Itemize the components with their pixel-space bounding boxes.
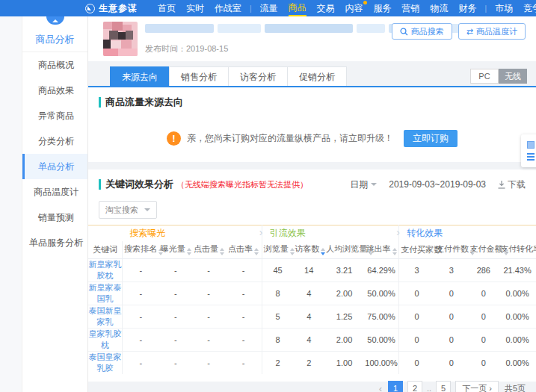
table-body: 新皇家乳胶枕----45143.2164.29%3328621.43%新皇家泰国… [88, 259, 536, 375]
channel-select[interactable]: 淘宝搜索 [99, 201, 157, 219]
cell-value: 4 [293, 305, 324, 329]
column-label: 支付件数 [436, 244, 469, 253]
cell-value: - [225, 282, 262, 305]
pagination-next-button[interactable]: 下一页 › [455, 381, 499, 392]
content-card: 商品流量来源去向 ! 亲，您尚未订购对应的流量纵横产品，请立即升级！ 立即订购 … [88, 87, 536, 382]
column-header-6[interactable]: 人均浏览量 [324, 241, 364, 259]
toggle-wireless[interactable]: 无线 [499, 69, 527, 84]
warning-icon: ! [167, 131, 181, 146]
toggle-pc[interactable]: PC [470, 69, 499, 84]
chevron-down-icon [371, 183, 377, 186]
nav-item-7[interactable]: 内容 [345, 0, 363, 16]
column-header-9[interactable]: 支付件数 [434, 241, 469, 259]
keyword-link[interactable]: 泰国皇家乳胶 [89, 352, 122, 373]
keyword-link[interactable]: 新皇家乳胶枕 [89, 260, 122, 280]
tab-3[interactable]: 促销分析 [287, 66, 347, 86]
date-dropdown[interactable]: 日期 [350, 178, 377, 191]
table-row-1: 新皇家泰国乳----842.0050.00%0000.00% [88, 282, 536, 305]
sidebar-item-6[interactable]: 销量预测 [22, 205, 87, 230]
keyword-link[interactable]: 泰国新皇家乳 [89, 306, 122, 326]
tab-1[interactable]: 销售分析 [169, 66, 229, 86]
column-label: 曝光量 [161, 244, 185, 253]
cell-value: - [123, 305, 159, 329]
nav-item-4[interactable]: 流量 [260, 0, 278, 16]
nav-item-14[interactable]: 竞争 [523, 0, 536, 16]
sort-down-arrow [187, 252, 191, 255]
main-area: 发布时间：2019-08-15 商品搜索 ⇄ 商品温度计 来源去向销售分析访客分… [88, 16, 536, 392]
brand-title[interactable]: 生意参谋 [99, 2, 138, 15]
pagination-page-5[interactable]: 5 [436, 381, 451, 392]
nav-item-5[interactable]: 商品 [289, 0, 306, 16]
sort-icon[interactable] [220, 248, 224, 255]
cell-value: 0.00% [499, 282, 536, 305]
cell-value: - [225, 305, 262, 329]
pagination-prev[interactable]: ‹ [379, 383, 382, 392]
tool-grid-icon [527, 141, 535, 149]
product-thermometer-button[interactable]: ⇄ 商品温度计 [458, 23, 526, 40]
column-header-1[interactable]: 曝光量 [159, 241, 192, 259]
cell-value: 75.00% [364, 305, 399, 329]
column-header-11[interactable]: 支付转化率 [499, 241, 536, 259]
cell-value: - [225, 259, 262, 282]
nav-item-10[interactable]: 物流 [431, 0, 449, 16]
tool-list-icon [527, 153, 535, 155]
nav-item-9[interactable]: 营销 [402, 0, 420, 16]
nav-item-1[interactable]: 实时 [186, 0, 204, 16]
nav-item-6[interactable]: 交易 [317, 0, 335, 16]
column-header-0[interactable]: 搜索排名 [123, 241, 159, 259]
sort-down-arrow [220, 252, 224, 255]
column-label: 支付转化率 [500, 244, 536, 253]
pagination-page-1[interactable]: 1 [388, 381, 403, 392]
column-header-4[interactable]: 浏览量 [262, 241, 293, 259]
cell-value: 5 [262, 305, 293, 329]
column-label: 点击率 [228, 244, 253, 253]
cell-value: - [159, 305, 192, 329]
sidebar-item-0[interactable]: 商品概况 [22, 52, 87, 78]
column-header-5[interactable]: 访客数 [293, 241, 324, 259]
download-button[interactable]: 下载 [498, 178, 526, 191]
cell-value: - [225, 352, 262, 375]
keyword-link[interactable]: 皇家乳胶枕 [89, 329, 122, 349]
sidebar-item-1[interactable]: 商品效果 [22, 78, 87, 103]
sort-icon[interactable] [254, 248, 259, 255]
pagination-page-2[interactable]: 2 [407, 381, 422, 392]
column-header-8[interactable]: 支付买家数 [399, 241, 434, 259]
nav-item-11[interactable]: 财务 [459, 0, 477, 16]
column-header-10[interactable]: 支付金额 [468, 241, 499, 259]
sort-icon[interactable] [392, 248, 397, 255]
cell-value: - [123, 352, 159, 375]
sidebar-item-2[interactable]: 异常商品 [22, 103, 87, 128]
cell-value: - [192, 305, 225, 329]
order-now-button[interactable]: 立即订购 [404, 130, 458, 147]
sidebar-item-3[interactable]: 分类分析 [22, 128, 87, 154]
quick-tools-widget[interactable] [521, 134, 536, 167]
sort-up-arrow [187, 248, 191, 251]
sidebar-collapse-button[interactable] [46, 16, 64, 25]
cell-value: - [192, 329, 225, 352]
sidebar-item-5[interactable]: 商品温度计 [22, 179, 87, 205]
product-search-button[interactable]: 商品搜索 [392, 23, 452, 40]
column-header-2[interactable]: 点击量 [192, 241, 225, 259]
tab-0[interactable]: 来源去向 [110, 66, 170, 86]
sidebar-item-4[interactable]: 单品分析 [22, 154, 87, 179]
table-row-3: 皇家乳胶枕----842.0050.00%0000.00% [88, 329, 536, 352]
nav-item-2[interactable]: 作战室 [215, 0, 241, 16]
sidebar-item-7[interactable]: 单品服务分析 [22, 230, 87, 255]
date-label: 日期 [350, 178, 368, 191]
tab-2[interactable]: 访客分析 [228, 66, 288, 86]
column-header-7[interactable]: 跳出率 [364, 241, 399, 259]
cell-value: - [192, 352, 225, 375]
sort-icon[interactable] [187, 248, 191, 255]
nav-item-0[interactable]: 首页 [158, 0, 176, 16]
analysis-tabs: 来源去向销售分析访客分析促销分析 PC 无线 [88, 66, 536, 87]
nav-item-13[interactable]: 市场 [495, 0, 513, 16]
sort-icon[interactable] [290, 248, 295, 255]
keyword-link[interactable]: 新皇家泰国乳 [89, 283, 122, 303]
nav-item-8[interactable]: 服务 [374, 0, 392, 16]
column-group-row: 搜索曝光›引流效果›转化效果 [88, 225, 536, 241]
table-row-2: 泰国新皇家乳----541.2575.00%0000.00% [88, 305, 536, 329]
group-label: 搜索曝光 [130, 228, 166, 238]
sort-icon[interactable] [321, 248, 325, 255]
column-header-3[interactable]: 点击率 [225, 241, 262, 259]
cell-value: 8 [262, 282, 293, 305]
